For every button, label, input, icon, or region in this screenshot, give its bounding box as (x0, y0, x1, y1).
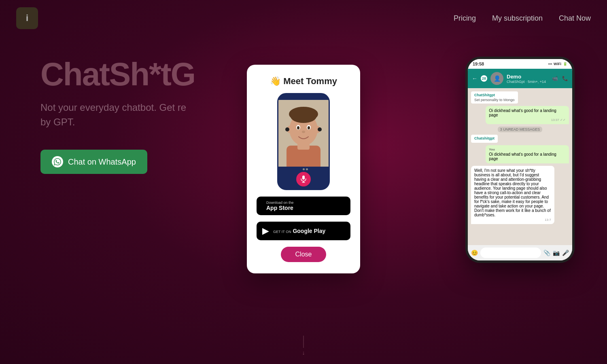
demo-phone-inner: 19:58 ▪▪▪ WiFi 🔋 ← 28 👤 Demo ChatShGpt ·… (468, 59, 572, 260)
hero-subtitle: Not your everyday chatbot. Get re by GPT… (40, 100, 214, 129)
whatsapp-label: Chat on WhatsApp (68, 157, 136, 167)
modal-card: 👋 Meet Tommy (247, 65, 360, 273)
close-button[interactable]: Close (281, 247, 327, 262)
svg-point-8 (302, 131, 305, 133)
wa-input[interactable] (480, 248, 541, 258)
nav-pricing[interactable]: Pricing (454, 14, 476, 23)
signal-icon: ▪▪▪ (548, 62, 552, 66)
wa-system-msg-2: Chatshitgpt (471, 135, 498, 143)
wa-msg-sent-1: Oi dickhead what's good for a landing pa… (486, 106, 569, 124)
wa-call-icon[interactable]: 📞 (562, 76, 568, 81)
svg-point-7 (308, 126, 310, 129)
app-store-button[interactable]: Download on the App Store (257, 197, 350, 215)
navigation: i Pricing My subscription Chat Now (0, 0, 607, 36)
phone-mic-button[interactable] (296, 172, 311, 186)
wa-msg-sent-2: You Oi dickhead what's good for a landin… (486, 145, 569, 163)
dot-2 (303, 168, 305, 170)
phone-status-icons: ▪▪▪ WiFi 🔋 (548, 62, 568, 66)
wifi-icon: WiFi (554, 62, 561, 66)
wa-system-msg-1: ChatShitgpt Set personality to Mongo (471, 91, 518, 104)
app-store-big-label: App Store (266, 205, 294, 211)
phone-time: 19:58 (473, 61, 484, 66)
dot-1 (299, 168, 301, 170)
google-play-button[interactable]: ▶ GET IT ON Google Play (257, 222, 350, 240)
demo-phone: 19:58 ▪▪▪ WiFi 🔋 ← 28 👤 Demo ChatShGpt ·… (465, 57, 575, 263)
modal-title: 👋 Meet Tommy (270, 76, 337, 87)
modal-phone-mockup (277, 93, 330, 190)
wa-msg-received-1: Well, I'm not sure what your sh*tty busi… (471, 166, 554, 224)
nav-my-subscription[interactable]: My subscription (492, 14, 543, 23)
wa-camera-icon[interactable]: 📷 (553, 250, 560, 256)
wa-actions: 📹 📞 (552, 76, 568, 81)
phone-screen (278, 100, 329, 167)
svg-rect-15 (302, 176, 305, 180)
phone-dots (299, 168, 308, 170)
app-store-small-label: Download on the (266, 201, 294, 205)
wa-attach-icon[interactable]: 📎 (543, 250, 550, 256)
nav-chat-now[interactable]: Chat Now (559, 14, 591, 23)
wa-emoji-icon[interactable]: 😊 (471, 250, 478, 256)
wa-chat-area: ChatShitgpt Set personality to Mongo Oi … (468, 88, 572, 245)
google-play-big-label: Google Play (293, 228, 325, 234)
scroll-indicator: ↓ (302, 336, 305, 356)
google-play-icon: ▶ (262, 226, 269, 236)
scroll-arrow-icon: ↓ (302, 349, 305, 356)
wa-header: ← 28 👤 Demo ChatShGpt · 5min+, +14 📹 📞 (468, 69, 572, 88)
phone-notch (293, 97, 314, 100)
hero-section: ChatSh*tG Not your everyday chatbot. Get… (40, 57, 243, 174)
google-play-small-label: GET IT ON (273, 230, 291, 234)
svg-point-14 (291, 110, 316, 123)
battery-icon: 🔋 (563, 62, 567, 66)
hero-title: ChatSh*tG (40, 57, 243, 92)
logo[interactable]: i (16, 7, 38, 29)
wa-video-icon[interactable]: 📹 (552, 76, 558, 81)
whatsapp-button[interactable]: Chat on WhatsApp (40, 150, 147, 174)
scroll-line (304, 336, 304, 348)
dot-3 (306, 168, 308, 170)
whatsapp-icon (52, 156, 63, 167)
svg-point-10 (285, 127, 289, 131)
wa-avatar: 👤 (490, 72, 503, 85)
svg-point-6 (297, 126, 299, 129)
wa-unread-label: 3 UNREAD MESSAGES (498, 127, 543, 132)
wa-back-icon[interactable]: ← (472, 75, 478, 82)
wa-contact-name: Demo (507, 74, 546, 80)
nav-links: Pricing My subscription Chat Now (454, 14, 591, 23)
wa-contact-status: ChatShGpt · 5min+, +14 (507, 80, 546, 84)
wa-unread-badge: 28 (481, 75, 487, 82)
wa-bottom-bar: 😊 📎 📷 🎤 (468, 245, 572, 260)
wa-mic-icon[interactable]: 🎤 (562, 250, 569, 256)
phone-status-bar: 19:58 ▪▪▪ WiFi 🔋 (468, 59, 572, 69)
svg-point-12 (318, 127, 322, 131)
